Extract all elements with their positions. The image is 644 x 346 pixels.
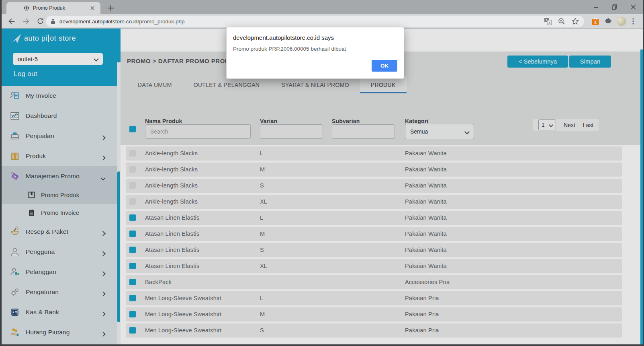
new-tab-button[interactable] xyxy=(106,3,116,13)
page-scrollbar-thumb[interactable] xyxy=(640,49,643,344)
shopping-extension-icon[interactable]: a xyxy=(591,17,599,25)
alert-dialog: development.autopilotstore.co.id says Pr… xyxy=(226,27,404,79)
alert-dialog-title: development.autopilotstore.co.id says xyxy=(233,34,334,41)
extensions-puzzle-icon[interactable] xyxy=(604,17,612,25)
forward-icon[interactable] xyxy=(22,17,31,26)
window-controls xyxy=(586,0,643,14)
globe-favicon-icon xyxy=(23,5,30,11)
browser-window: Promo Produk development.autopilotstore.… xyxy=(2,0,643,344)
minimize-button[interactable] xyxy=(586,0,605,14)
url-text: development.autopilotstore.co.id/promo_p… xyxy=(59,19,184,25)
profile-avatar[interactable] xyxy=(617,16,626,26)
ok-button[interactable]: OK xyxy=(372,60,397,72)
lock-icon xyxy=(51,19,55,25)
zoom-in-icon[interactable] xyxy=(558,17,566,25)
browser-tab[interactable]: Promo Produk xyxy=(6,2,100,14)
restore-button[interactable] xyxy=(605,0,624,14)
tab-title: Promo Produk xyxy=(33,5,65,11)
translate-icon[interactable]: Aa xyxy=(544,17,552,25)
url-path: /promo_produk.php xyxy=(137,19,184,25)
close-button[interactable] xyxy=(624,0,643,14)
menu-kebab-icon[interactable] xyxy=(629,17,637,25)
url-domain: development.autopilotstore.co.id xyxy=(59,19,137,25)
browser-tab-strip: Promo Produk xyxy=(2,0,643,14)
svg-text:a: a xyxy=(594,20,597,25)
tab-close-icon[interactable] xyxy=(89,5,96,11)
svg-text:a: a xyxy=(548,21,550,25)
back-icon[interactable] xyxy=(7,17,16,26)
reload-icon[interactable] xyxy=(36,17,45,26)
alert-dialog-message: Promo produk PRP.2006.00005 berhasil dib… xyxy=(233,46,346,52)
address-bar[interactable]: development.autopilotstore.co.id/promo_p… xyxy=(46,16,584,27)
bookmark-star-icon[interactable] xyxy=(571,17,579,25)
browser-toolbar: development.autopilotstore.co.id/promo_p… xyxy=(2,14,643,29)
